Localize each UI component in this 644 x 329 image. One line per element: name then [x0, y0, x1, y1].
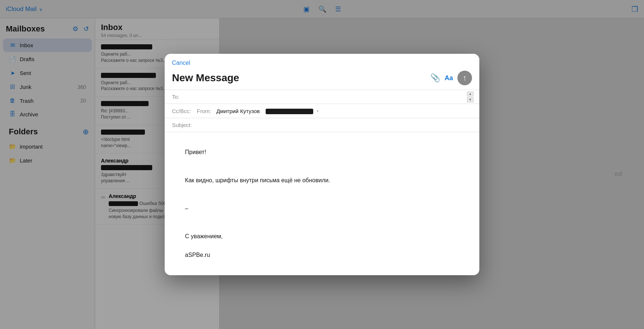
from-email-redacted: [266, 108, 313, 114]
body-greeting: Привет!: [185, 149, 206, 155]
body-signature: aSPBe.ru: [185, 252, 210, 258]
compose-ccbcc-field: Cc/Bcc: From: Дмитрий Кутузов ›: [165, 104, 479, 118]
scroll-down-arrow[interactable]: ▼: [467, 97, 473, 102]
subject-label: Subject:: [172, 122, 194, 128]
to-label: To:: [172, 94, 194, 100]
from-label: From:: [197, 108, 211, 114]
ccbcc-label: Cc/Bcc:: [172, 108, 194, 114]
compose-modal: Cancel New Message 📎 Aa ↑ To: ▲ ▼ Cc/B: [165, 54, 479, 275]
compose-overlay: Cancel New Message 📎 Aa ↑ To: ▲ ▼ Cc/B: [0, 0, 644, 329]
compose-body-text: Привет! Как видно, шрифты внутри письма …: [172, 138, 472, 269]
from-name: Дмитрий Кутузов: [216, 108, 260, 114]
send-arrow-icon: ↑: [463, 74, 467, 82]
compose-to-field: To: ▲ ▼: [165, 90, 479, 104]
compose-actions: 📎 Aa ↑: [430, 71, 472, 85]
compose-subject-field: Subject:: [165, 118, 479, 132]
body-main-text: Как видно, шрифты внутри письма ещё не о…: [185, 177, 330, 183]
compose-body[interactable]: Привет! Как видно, шрифты внутри письма …: [165, 132, 479, 275]
cancel-button[interactable]: Cancel: [172, 60, 190, 66]
body-separator: –: [185, 205, 188, 212]
from-email-arrow: ›: [317, 108, 318, 113]
scroll-up-arrow[interactable]: ▲: [467, 91, 473, 97]
compose-header-row: Cancel: [165, 54, 479, 71]
attach-icon[interactable]: 📎: [430, 73, 440, 83]
format-icon[interactable]: Aa: [445, 74, 453, 82]
subject-input[interactable]: [197, 122, 472, 128]
compose-title: New Message: [172, 72, 426, 84]
compose-title-row: New Message 📎 Aa ↑: [165, 71, 479, 90]
send-button[interactable]: ↑: [457, 71, 472, 85]
scroll-arrows: ▲ ▼: [467, 91, 473, 102]
body-closing: С уважением,: [185, 233, 223, 239]
to-input[interactable]: [197, 94, 472, 100]
